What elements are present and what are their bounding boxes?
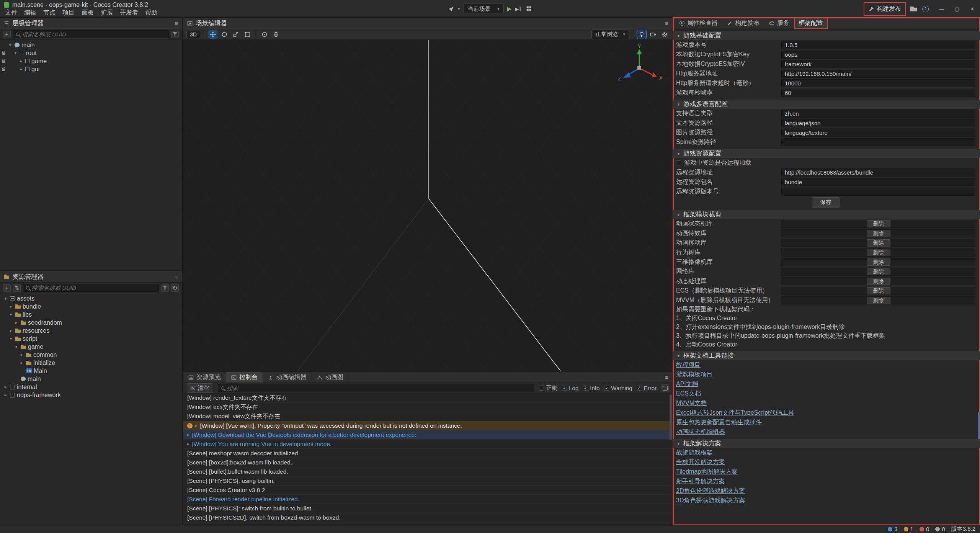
expand-arrow-icon[interactable]: ▸: [195, 423, 198, 428]
pivot-toggle-button[interactable]: [260, 30, 269, 39]
hierarchy-search-input[interactable]: [22, 31, 166, 38]
menu-help[interactable]: 帮助: [142, 9, 161, 17]
step-button[interactable]: ▶: [515, 6, 519, 11]
tree-item-assets[interactable]: ▾assets: [0, 294, 182, 302]
camera-preview-button[interactable]: [648, 30, 658, 39]
tree-item-initialize[interactable]: ▸initialize: [0, 359, 182, 367]
log-row[interactable]: [Scene] [bullet]:bullet wasm lib loaded.: [183, 467, 672, 476]
language-types-input[interactable]: [781, 110, 975, 118]
sort-assets-icon[interactable]: ⇅: [13, 284, 21, 292]
menu-file[interactable]: 文件: [2, 9, 21, 17]
chevron-down-icon[interactable]: ▾: [8, 312, 13, 317]
expand-arrow-icon[interactable]: ▸: [187, 432, 189, 437]
view-gizmo[interactable]: Y X Z: [616, 44, 662, 90]
game-version-input[interactable]: [781, 41, 975, 49]
view-mode-select[interactable]: 正常浏览 ▾: [591, 29, 629, 39]
link-3d-rpg[interactable]: 3D角色扮演游戏解决方案: [676, 497, 745, 505]
link-war-chess[interactable]: 战旗游戏框架: [676, 449, 713, 457]
crypto-key-input[interactable]: [781, 51, 975, 59]
effect-lib-delete-button[interactable]: 删除: [867, 230, 890, 237]
chevron-right-icon[interactable]: ▸: [14, 320, 19, 325]
inspector-scrollbar[interactable]: [978, 412, 980, 439]
tab-build-publish[interactable]: 构建发布: [723, 18, 764, 29]
tree-item-bundle[interactable]: ▸bundle: [0, 302, 182, 311]
mvvm-lib-delete-button[interactable]: 删除: [867, 297, 890, 304]
tab-console[interactable]: 控制台: [226, 372, 263, 383]
hierarchy-searchbox[interactable]: [13, 30, 169, 38]
network-lib-delete-button[interactable]: 删除: [867, 268, 890, 275]
link-game-template-project[interactable]: 游戏模板项目: [676, 371, 713, 379]
link-excel-tool[interactable]: Excel格式转Json文件与TypeScript代码工具: [676, 409, 794, 417]
log-row[interactable]: !▸[Window] [Vue warn]: Property "onInput…: [183, 421, 672, 430]
preview-platform-caret-icon[interactable]: ▾: [458, 6, 460, 11]
log-row[interactable]: [Scene] [PHYSICS]: using builtin.: [183, 476, 672, 486]
remote-resource-address-input[interactable]: [781, 168, 975, 177]
camera-lib-delete-button[interactable]: 删除: [867, 258, 890, 266]
menu-node[interactable]: 节点: [40, 9, 59, 17]
log-row[interactable]: [Scene] Cocos Creator v3.8.2: [183, 486, 672, 495]
layout-grid-icon[interactable]: [526, 7, 528, 8]
close-button[interactable]: ✕: [965, 0, 980, 18]
console-searchbox[interactable]: [218, 384, 534, 392]
animator-lib-delete-button[interactable]: 删除: [867, 220, 890, 227]
menu-edit[interactable]: 编辑: [21, 9, 40, 17]
tree-item-oops-framework[interactable]: ▸oops-framework: [0, 391, 182, 399]
http-server-address-input[interactable]: [781, 70, 975, 78]
space-toggle-button[interactable]: [271, 30, 281, 39]
chevron-right-icon[interactable]: ▸: [18, 67, 23, 72]
chevron-down-icon[interactable]: ▾: [8, 43, 13, 47]
add-asset-button[interactable]: +: [3, 284, 11, 292]
minimize-button[interactable]: —: [934, 0, 949, 18]
chevron-right-icon[interactable]: ▸: [8, 328, 13, 333]
open-project-folder-icon[interactable]: [910, 7, 917, 11]
chevron-down-icon[interactable]: ▾: [8, 336, 13, 341]
remote-resource-version-input[interactable]: [781, 188, 975, 196]
hierarchy-filter-button[interactable]: [171, 31, 179, 38]
ecs-lib-delete-button[interactable]: 删除: [867, 287, 890, 294]
section-header-framework-module-trim[interactable]: ▾框架模块裁剪: [673, 210, 980, 219]
link-fullstack[interactable]: 全栈开发解决方案: [676, 458, 725, 466]
link-animator-editor[interactable]: 动画状态机编辑器: [676, 428, 725, 436]
tree-item-libs[interactable]: ▾libs: [0, 311, 182, 319]
lock-icon[interactable]: [2, 60, 5, 63]
tab-animation-editor[interactable]: 动画编辑器: [263, 372, 312, 383]
filter-log-checkbox[interactable]: [562, 386, 567, 391]
panel-menu-icon[interactable]: ≡: [665, 374, 668, 381]
filter-error-checkbox[interactable]: [637, 386, 642, 391]
tree-item-common[interactable]: ▸common: [0, 351, 182, 359]
behavior-tree-lib-delete-button[interactable]: 删除: [867, 249, 890, 256]
tab-asset-preview[interactable]: 资源预览: [183, 372, 226, 383]
log-row[interactable]: [Scene] meshopt wasm decoder initialized: [183, 449, 672, 458]
chevron-down-icon[interactable]: ▾: [3, 296, 8, 301]
link-api-docs[interactable]: API文档: [676, 380, 698, 388]
section-header-game-language-config[interactable]: ▾游戏多语言配置: [673, 100, 980, 109]
assets-filter-button[interactable]: [161, 284, 169, 292]
menu-panel[interactable]: 面板: [78, 9, 97, 17]
tree-item-main[interactable]: ▾main: [0, 41, 182, 49]
tree-item-seedrandom[interactable]: ▸seedrandom: [0, 319, 182, 327]
tree-item-internal[interactable]: ▸internal: [0, 383, 182, 391]
notify-counter[interactable]: 0: [935, 526, 945, 532]
warning-counter[interactable]: 1: [904, 526, 913, 532]
scene-select[interactable]: 当前场景 ▾: [463, 3, 504, 14]
remote-bundle-name-input[interactable]: [781, 178, 975, 186]
help-icon[interactable]: ?: [922, 6, 929, 12]
collapse-identical-icon[interactable]: [661, 384, 669, 392]
chevron-down-icon[interactable]: ▾: [13, 51, 18, 56]
panel-menu-icon[interactable]: ≡: [175, 273, 178, 280]
link-newbie-guide[interactable]: 新手引导解决方案: [676, 477, 725, 486]
regex-checkbox[interactable]: [539, 386, 544, 391]
menu-developer[interactable]: 开发者: [116, 9, 142, 17]
tab-service[interactable]: 服务: [764, 18, 794, 29]
assets-search-input[interactable]: [32, 284, 156, 291]
tab-framework-config[interactable]: 框架配置: [794, 18, 827, 29]
chevron-right-icon[interactable]: ▸: [8, 304, 13, 309]
lock-icon[interactable]: [2, 69, 5, 71]
console-search-input[interactable]: [227, 385, 531, 391]
link-2d-rpg[interactable]: 2D角色扮演游戏解决方案: [676, 487, 745, 495]
tab-property-inspector[interactable]: 属性检查器: [675, 18, 722, 29]
refresh-assets-icon[interactable]: ↻: [171, 284, 179, 292]
image-resource-path-input[interactable]: [781, 129, 975, 137]
filter-warning-checkbox[interactable]: [604, 386, 609, 391]
tab-animation-graph[interactable]: 动画图: [312, 372, 349, 383]
